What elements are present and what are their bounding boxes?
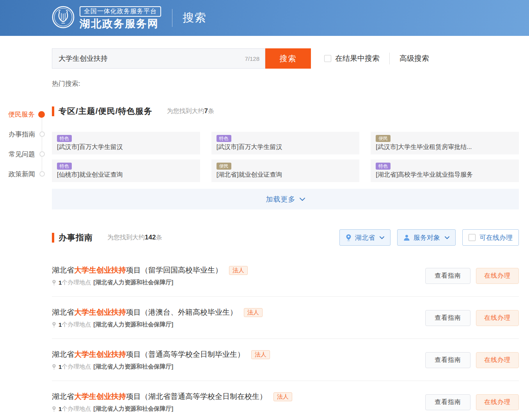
active-dot-icon — [38, 111, 45, 118]
chevron-down-icon — [300, 196, 305, 203]
guide-title-link[interactable]: 湖北省大学生创业扶持项目（普通高等学校全日制毕业生） 法人 — [52, 349, 270, 360]
handle-online-button[interactable]: 在线办理 — [476, 352, 519, 368]
location-pin-icon — [52, 364, 56, 370]
site-name: 湖北政务服务网 — [80, 18, 159, 30]
location-pin-icon — [346, 234, 351, 241]
guide-result-row: 湖北省大学生创业扶持项目（湖北省普通高等学校全日制在校生） 法人 1个办理地点[… — [52, 381, 519, 420]
online-available-checkbox[interactable] — [469, 234, 476, 241]
guides-result-count: 为您找到大约142条 — [107, 234, 162, 242]
search-options-divider — [389, 53, 390, 64]
anchor-nav-line — [42, 114, 42, 174]
hot-search-label: 热门搜索: — [52, 79, 529, 88]
legal-entity-tag: 法人 — [244, 308, 263, 317]
legal-entity-tag: 法人 — [251, 350, 270, 359]
handle-online-button[interactable]: 在线办理 — [476, 394, 519, 410]
service-card[interactable]: 便民 [湖北省]就业创业证查询 — [211, 159, 360, 182]
view-guide-button[interactable]: 查看指南 — [425, 352, 470, 368]
section-accent-bar — [52, 106, 54, 116]
view-guide-button[interactable]: 查看指南 — [425, 310, 470, 326]
view-guide-button[interactable]: 查看指南 — [425, 394, 470, 410]
sidebar-item-convenience-services[interactable]: 便民服务 — [0, 110, 52, 119]
tag-featured: 特色 — [57, 135, 72, 142]
online-available-filter[interactable]: 可在线办理 — [462, 229, 519, 246]
dot-icon — [39, 151, 45, 157]
tag-convenience: 便民 — [217, 163, 231, 170]
service-card[interactable]: 特色 [武汉市]百万大学生留汉 — [211, 132, 360, 154]
lyre-emblem-icon — [52, 6, 75, 30]
search-term-highlight: 大学生创业扶持 — [74, 392, 126, 402]
legal-entity-tag: 法人 — [273, 392, 292, 401]
dot-icon — [39, 131, 45, 137]
page-title: 搜索 — [183, 10, 207, 26]
search-button[interactable]: 搜索 — [265, 48, 311, 69]
location-pin-icon — [52, 406, 56, 412]
chevron-down-icon — [445, 234, 449, 241]
tag-convenience: 便民 — [376, 135, 391, 142]
guide-location-line: 1个办理地点[湖北省人力资源和社会保障厅] — [52, 321, 263, 328]
guide-title-link[interactable]: 湖北省大学生创业扶持项目（湖北省普通高等学校全日制在校生） 法人 — [52, 392, 292, 402]
handle-online-button[interactable]: 在线办理 — [476, 310, 519, 326]
service-card-grid: 特色 [武汉市]百万大学生留汉 特色 [武汉市]百万大学生留汉 便民 [武汉市]… — [52, 132, 519, 182]
guide-title-link[interactable]: 湖北省大学生创业扶持项目（港澳台、外籍高校毕业生） 法人 — [52, 307, 263, 317]
services-section: 专区/主题/便民/特色服务 为您找到大约7条 特色 [武汉市]百万大学生留汉 特… — [52, 106, 519, 209]
guide-location-line: 1个办理地点[湖北省人力资源和社会保障厅] — [52, 363, 270, 370]
legal-entity-tag: 法人 — [229, 266, 248, 275]
guide-result-row: 湖北省大学生创业扶持项目（港澳台、外籍高校毕业生） 法人 1个办理地点[湖北省人… — [52, 297, 519, 339]
advanced-search-link[interactable]: 高级搜索 — [399, 53, 429, 64]
guide-filters: 湖北省 服务对象 可在线办理 — [333, 229, 519, 246]
region-filter-dropdown[interactable]: 湖北省 — [339, 229, 391, 246]
tag-featured: 特色 — [376, 163, 391, 170]
guides-section: 办事指南 为您找到大约142条 湖北省 服务对象 — [52, 229, 519, 420]
anchor-nav: 便民服务 办事指南 常见问题 政策新闻 — [0, 110, 52, 189]
platform-badge: 全国一体化政务服务平台 — [80, 6, 161, 17]
view-guide-button[interactable]: 查看指南 — [425, 268, 470, 284]
guide-result-row: 湖北省大学生创业扶持项目（普通高等学校全日制毕业生） 法人 1个办理地点[湖北省… — [52, 339, 519, 381]
chevron-down-icon — [380, 234, 384, 241]
sidebar-item-service-guides[interactable]: 办事指南 — [0, 129, 52, 139]
guide-title-link[interactable]: 湖北省大学生创业扶持项目（留学回国高校毕业生） 法人 — [52, 265, 248, 275]
search-term-highlight: 大学生创业扶持 — [74, 349, 126, 360]
search-input-wrap[interactable]: 7/128 — [52, 48, 265, 69]
search-term-highlight: 大学生创业扶持 — [74, 307, 126, 317]
search-in-results-label: 在结果中搜索 — [335, 53, 380, 64]
handle-online-button[interactable]: 在线办理 — [476, 268, 519, 284]
services-result-count: 为您找到大约7条 — [167, 107, 214, 115]
service-card[interactable]: 便民 [武汉市]大学生毕业租赁房审批结... — [371, 132, 519, 154]
guides-section-title: 办事指南 — [59, 232, 93, 243]
search-term-highlight: 大学生创业扶持 — [74, 265, 126, 275]
tag-featured: 特色 — [57, 163, 72, 170]
section-accent-bar — [52, 233, 54, 243]
search-bar: 7/128 搜索 在结果中搜索 高级搜索 — [52, 48, 529, 69]
service-target-dropdown[interactable]: 服务对象 — [397, 229, 456, 246]
online-available-label: 可在线办理 — [479, 233, 513, 242]
guide-result-row: 湖北省大学生创业扶持项目（留学回国高校毕业生） 法人 1个办理地点[湖北省人力资… — [52, 255, 519, 297]
sidebar-item-faq[interactable]: 常见问题 — [0, 149, 52, 159]
search-input[interactable] — [59, 55, 241, 63]
service-card[interactable]: 特色 [武汉市]百万大学生留汉 — [52, 132, 200, 154]
load-more-button[interactable]: 加载更多 — [52, 189, 519, 209]
person-icon — [403, 234, 410, 241]
header-divider — [172, 9, 172, 27]
location-pin-icon — [52, 322, 56, 328]
dot-icon — [39, 171, 45, 177]
site-logo[interactable]: 全国一体化政务服务平台 湖北政务服务网 — [52, 6, 161, 30]
char-counter: 7/128 — [245, 55, 259, 62]
service-card[interactable]: 特色 [仙桃市]就业创业证查询 — [52, 159, 200, 182]
service-card[interactable]: 特色 [湖北省]高校学生毕业就业指导服务 — [371, 159, 519, 182]
services-section-title: 专区/主题/便民/特色服务 — [59, 106, 153, 117]
guide-location-line: 1个办理地点[湖北省人力资源和社会保障厅] — [52, 405, 292, 413]
tag-featured: 特色 — [217, 135, 231, 142]
search-in-results-checkbox[interactable] — [324, 55, 331, 62]
location-pin-icon — [52, 280, 56, 285]
guide-location-line: 1个办理地点[湖北省人力资源和社会保障厅] — [52, 279, 248, 286]
service-target-label: 服务对象 — [414, 233, 440, 242]
site-header: 全国一体化政务服务平台 湖北政务服务网 搜索 — [0, 0, 529, 36]
sidebar-item-policy-news[interactable]: 政策新闻 — [0, 169, 52, 179]
region-filter-label: 湖北省 — [355, 233, 375, 242]
guide-result-list: 湖北省大学生创业扶持项目（留学回国高校毕业生） 法人 1个办理地点[湖北省人力资… — [52, 255, 519, 420]
